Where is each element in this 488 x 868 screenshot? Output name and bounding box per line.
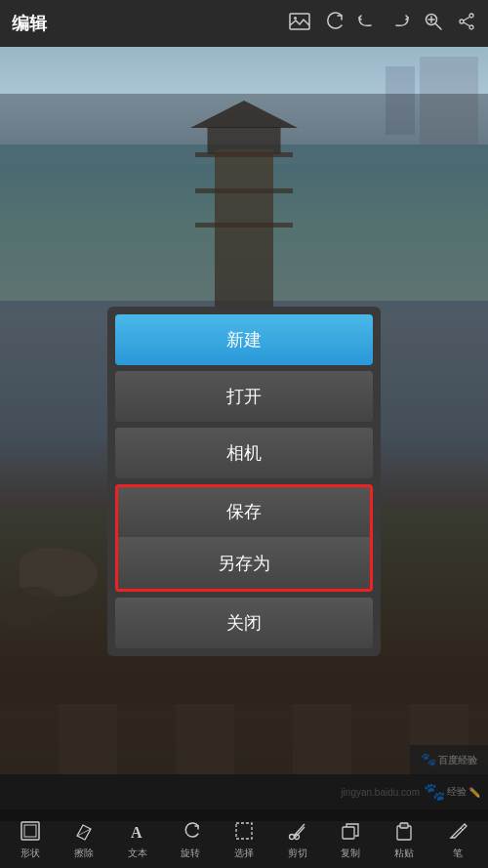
menu-item-close[interactable]: 关闭 [115, 598, 373, 648]
toolbar-text-label: 文本 [128, 847, 147, 860]
svg-point-6 [469, 14, 473, 18]
toolbar-paste[interactable]: 粘贴 [378, 817, 431, 860]
header-bar: 编辑 [0, 0, 488, 47]
pen-icon [444, 817, 471, 845]
toolbar-select[interactable]: 选择 [218, 817, 271, 860]
toolbar-pen-label: 笔 [453, 847, 463, 860]
toolbar-copy[interactable]: 复制 [324, 817, 378, 860]
toolbar-copy-label: 复制 [341, 847, 360, 860]
toolbar-select-label: 选择 [234, 847, 254, 860]
svg-line-9 [464, 17, 469, 21]
svg-line-10 [464, 22, 469, 26]
share-icon[interactable] [457, 12, 476, 36]
svg-rect-12 [24, 825, 36, 837]
undo-icon[interactable] [357, 12, 377, 36]
toolbar-erase-label: 擦除 [74, 847, 94, 860]
svg-line-3 [436, 23, 442, 29]
toolbar-rotate-label: 旋转 [181, 847, 200, 860]
menu-item-new[interactable]: 新建 [115, 314, 373, 365]
menu-item-camera[interactable]: 相机 [115, 428, 373, 478]
search-icon[interactable] [424, 12, 443, 36]
shape-icon [17, 817, 44, 845]
svg-rect-22 [400, 823, 408, 828]
toolbar-text[interactable]: A 文本 [110, 817, 164, 860]
toolbar-shape-label: 形状 [20, 847, 40, 860]
svg-point-8 [460, 20, 464, 23]
svg-rect-20 [343, 827, 354, 839]
svg-point-1 [294, 17, 297, 20]
menu-item-saveas[interactable]: 另存为 [118, 538, 370, 589]
toolbar-shape[interactable]: 形状 [4, 817, 58, 860]
canvas-area: ItL 新建 打开 相机 保存 另存为 关闭 [0, 47, 488, 821]
copy-icon [337, 817, 364, 845]
image-icon[interactable] [289, 13, 310, 35]
erase-icon [70, 817, 98, 845]
text-icon: A [124, 817, 151, 845]
toolbar-paste-label: 粘贴 [394, 847, 414, 860]
menu-dialog: 新建 打开 相机 保存 另存为 关闭 [107, 307, 381, 656]
svg-line-18 [294, 824, 305, 836]
menu-item-save[interactable]: 保存 [118, 487, 370, 538]
rotate-right-icon[interactable] [324, 12, 344, 36]
highlighted-menu-group: 保存 另存为 [115, 484, 373, 592]
page-title: 编辑 [12, 12, 289, 35]
svg-line-23 [461, 828, 463, 830]
menu-item-open[interactable]: 打开 [115, 371, 373, 422]
toolbar-cut-label: 剪切 [288, 847, 307, 860]
toolbar-pen[interactable]: 笔 [430, 817, 484, 860]
cut-icon [284, 817, 311, 845]
toolbar-erase[interactable]: 擦除 [58, 817, 111, 860]
header-toolbar [289, 12, 476, 36]
paste-icon [390, 817, 418, 845]
toolbar-rotate[interactable]: 旋转 [164, 817, 218, 860]
select-icon [230, 817, 258, 845]
toolbar-cut[interactable]: 剪切 [270, 817, 324, 860]
redo-icon[interactable] [390, 12, 410, 36]
svg-rect-15 [236, 823, 252, 839]
svg-text:A: A [131, 824, 142, 841]
svg-point-7 [469, 25, 473, 29]
modal-overlay: 新建 打开 相机 保存 另存为 关闭 [0, 94, 488, 821]
rotate-icon [177, 817, 204, 845]
svg-point-16 [289, 835, 294, 840]
